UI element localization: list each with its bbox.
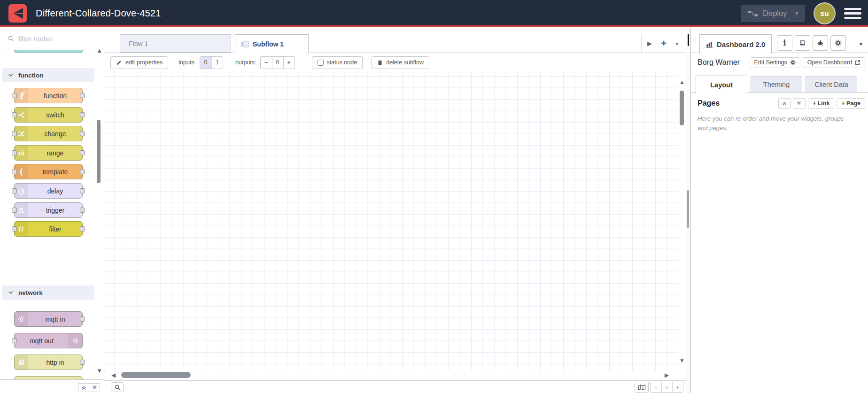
palette-scrollbar-thumb[interactable] (97, 120, 101, 183)
palette-node-filter[interactable]: filter (14, 221, 83, 237)
sidebar-tool-buttons: i (777, 35, 846, 51)
user-avatar[interactable]: su (814, 3, 835, 23)
flow-list-caret-icon[interactable]: ▾ (675, 40, 678, 47)
tab-theming[interactable]: Theming (751, 76, 802, 93)
map-icon (638, 384, 646, 391)
tab-layout[interactable]: Layout (696, 76, 747, 93)
globe-icon (15, 355, 28, 370)
output-port (80, 188, 85, 193)
palette-node-mqtt-in[interactable]: mqtt in (14, 311, 83, 327)
outputs-decrement-button[interactable]: − (261, 57, 272, 69)
canvas-footer: − ○ + (104, 380, 686, 393)
palette-search-input[interactable]: filter nodes (0, 28, 104, 49)
external-link-icon (855, 60, 860, 65)
move-down-button[interactable] (793, 98, 806, 109)
tab-bar-controls: ▶ + ▾ (641, 34, 686, 53)
canvas-scroll-left-icon[interactable]: ◀ (111, 372, 116, 378)
add-link-button[interactable]: + Link (808, 98, 834, 109)
output-port (80, 226, 85, 231)
delete-subflow-button[interactable]: delete subflow (372, 56, 429, 69)
info-button[interactable]: i (777, 35, 792, 51)
palette-node-function[interactable]: ffunction (14, 88, 83, 103)
palette-scroll-down-icon[interactable]: ▼ (96, 367, 102, 374)
instance-title: Different-Collared-Dove-4521 (36, 0, 161, 27)
palette-category-function[interactable]: function (2, 68, 94, 82)
node-label: switch (28, 108, 82, 122)
output-port (80, 112, 85, 117)
bug-button[interactable] (813, 35, 828, 51)
edit-settings-button[interactable]: Edit Settings (750, 57, 800, 68)
gear-button[interactable] (830, 35, 846, 51)
canvas-scroll-right-icon[interactable]: ▶ (665, 372, 669, 378)
zoom-reset-button[interactable]: ○ (661, 382, 672, 392)
palette-node-http-in[interactable]: http in (14, 354, 83, 370)
canvas-vscroll-thumb[interactable] (680, 91, 684, 125)
canvas-hscroll-thumb[interactable] (121, 372, 191, 378)
move-up-button[interactable] (778, 98, 791, 109)
canvas-scroll-up-icon[interactable]: ▲ (679, 79, 685, 85)
flow-tab-subflow-1[interactable]: Subflow 1 (235, 34, 309, 54)
palette-node-mqtt-out[interactable]: mqtt out (14, 333, 83, 348)
palette-node-delay[interactable]: delay (14, 183, 83, 199)
tab-label: Flow 1 (129, 40, 148, 47)
output-port (80, 131, 85, 136)
open-dashboard-button[interactable]: Open Dashboard (803, 57, 865, 68)
deploy-button[interactable]: Deploy ▾ (741, 5, 805, 22)
flow-canvas[interactable]: ▲ ▼ ◀ ▶ (104, 72, 686, 380)
partial-node[interactable] (14, 50, 83, 53)
add-page-button[interactable]: + Page (837, 98, 865, 109)
mqtt-icon (69, 333, 82, 348)
bug-icon (817, 39, 824, 46)
palette-scroll-up-icon[interactable]: ▲ (96, 47, 102, 54)
category-label: network (18, 289, 43, 296)
output-port (80, 360, 85, 365)
palette-search-placeholder: filter nodes (18, 35, 53, 43)
node-label: change (28, 126, 82, 141)
palette-node-trigger[interactable]: trigger (14, 202, 83, 218)
status-node-toggle[interactable]: status node (312, 56, 363, 69)
canvas-scroll-down-icon[interactable]: ▼ (679, 357, 685, 364)
node-label: trigger (28, 203, 82, 217)
palette-node-range[interactable]: range (14, 145, 83, 161)
expand-all-categories-button[interactable] (89, 383, 100, 392)
deploy-caret-icon[interactable]: ▾ (795, 10, 798, 16)
status-node-checkbox[interactable] (318, 60, 324, 66)
chevron-down-icon (8, 74, 13, 77)
splitter-drag-handle[interactable] (687, 190, 689, 228)
edit-properties-button[interactable]: edit properties (110, 56, 168, 69)
palette-category-network[interactable]: network (2, 285, 94, 300)
inputs-label: inputs: (178, 59, 196, 66)
category-label: function (18, 72, 43, 79)
minimap-toggle-button[interactable] (635, 382, 649, 393)
collapse-all-categories-button[interactable] (78, 383, 89, 392)
pages-help-text: Here you can re-order and move your widg… (698, 114, 852, 133)
main-menu-button[interactable] (844, 6, 861, 21)
flowfuse-logo-icon (8, 4, 27, 23)
inputs-option-0[interactable]: 0 (200, 57, 211, 69)
outputs-increment-button[interactable]: + (283, 57, 294, 69)
pages-title: Pages (698, 99, 776, 108)
subflow-outputs-control: − 0 + (260, 56, 295, 69)
palette-node-template[interactable]: {template (14, 164, 83, 179)
sidebar-menu-caret-icon[interactable]: ▾ (860, 41, 862, 47)
zoom-out-button[interactable]: − (651, 382, 661, 392)
zoom-in-button[interactable]: + (672, 382, 683, 392)
tab-dashboard-2[interactable]: Dashboard 2.0 (699, 34, 772, 54)
tab-scroll-right-icon[interactable]: ▶ (647, 40, 652, 47)
subflow-icon (241, 40, 249, 48)
input-port (12, 188, 17, 193)
palette-node-change[interactable]: change (14, 126, 83, 141)
inputs-option-1[interactable]: 1 (211, 57, 223, 69)
palette-node-switch[interactable]: switch (14, 107, 83, 123)
add-flow-button[interactable]: + (661, 38, 666, 48)
partial-node[interactable] (14, 376, 83, 379)
tab-client-data[interactable]: Client Data (806, 76, 857, 93)
flow-tab-flow-1[interactable]: Flow 1 (120, 34, 231, 53)
node-label: mqtt in (28, 312, 82, 326)
output-port (80, 316, 85, 322)
tab-label: Subflow 1 (253, 40, 284, 48)
input-port (12, 226, 17, 231)
pages-section-header: Pages + Link + Page (691, 93, 868, 114)
canvas-search-button[interactable] (111, 382, 124, 392)
book-button[interactable] (795, 35, 810, 51)
